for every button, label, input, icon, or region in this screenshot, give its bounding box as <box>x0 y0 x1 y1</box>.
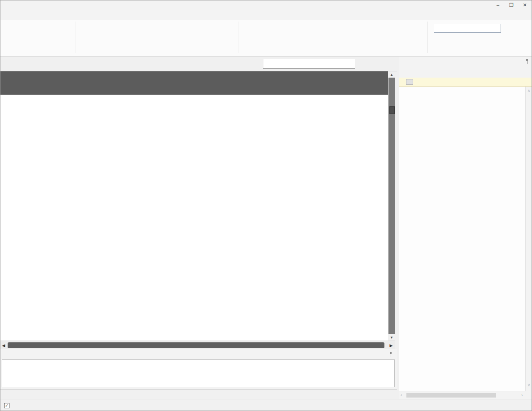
scroll-down-icon[interactable]: ▼ <box>388 334 395 341</box>
scroll-left-icon[interactable]: ◀ <box>0 341 7 350</box>
tree-scroll-down-icon[interactable]: ∨ <box>526 383 532 387</box>
quick-filter-bar <box>0 57 397 71</box>
table-horizontal-scrollbar[interactable]: ◀ ▶ <box>0 341 395 349</box>
hscrollbar-thumb[interactable] <box>8 342 384 348</box>
ribbon-group-url <box>428 20 521 56</box>
hidden-groups-notice <box>399 78 532 87</box>
tree-scroll-up-icon[interactable]: ∧ <box>526 88 532 93</box>
tree-scroll-left-icon[interactable]: ‹ <box>401 393 402 398</box>
quick-filter-input[interactable] <box>263 59 355 69</box>
tree-hscrollbar-thumb[interactable] <box>406 393 496 398</box>
key-collector-window: – ❐ ✕ <box>0 0 532 411</box>
scroll-right-icon[interactable]: ▶ <box>388 341 394 350</box>
phrases-table <box>0 95 388 341</box>
undo-redo-column <box>218 20 239 56</box>
title-bar: – ❐ ✕ <box>0 0 532 9</box>
scrollbar-thumb[interactable] <box>389 106 395 114</box>
ribbon-group-process <box>0 20 75 56</box>
statistics-content <box>2 359 395 387</box>
statistics-panel <box>0 349 397 389</box>
groups-panel: ∧ ∨ ‹ › <box>399 57 532 399</box>
rows-count: ✓ <box>3 403 10 408</box>
ribbon-group-collect <box>239 20 427 56</box>
url-input[interactable] <box>434 24 501 33</box>
pin-icon[interactable] <box>389 352 392 357</box>
pin-icon[interactable] <box>525 59 529 64</box>
tree-horizontal-scrollbar[interactable]: ‹ › <box>399 392 526 398</box>
close-button[interactable]: ✕ <box>518 0 532 9</box>
ribbon <box>0 20 532 57</box>
ribbon-group-other <box>75 20 218 56</box>
table-vertical-scrollbar[interactable]: ▲ ▼ <box>388 71 395 341</box>
maximize-button[interactable]: ❐ <box>505 0 518 9</box>
status-bar: ✓ <box>0 399 532 411</box>
bottom-tabs <box>0 389 397 399</box>
tree-scroll-right-icon[interactable]: › <box>521 393 523 398</box>
scrollbar-track[interactable] <box>388 78 395 334</box>
ribbon-tabs <box>0 9 532 20</box>
minimize-button[interactable]: – <box>491 0 505 9</box>
table-header <box>0 71 388 95</box>
notice-more-button[interactable] <box>406 79 413 85</box>
groups-tree <box>399 87 526 391</box>
checkbox-icon: ✓ <box>4 403 9 408</box>
tree-vertical-scrollbar[interactable]: ∧ ∨ <box>525 87 532 391</box>
scroll-up-icon[interactable]: ▲ <box>388 71 395 78</box>
